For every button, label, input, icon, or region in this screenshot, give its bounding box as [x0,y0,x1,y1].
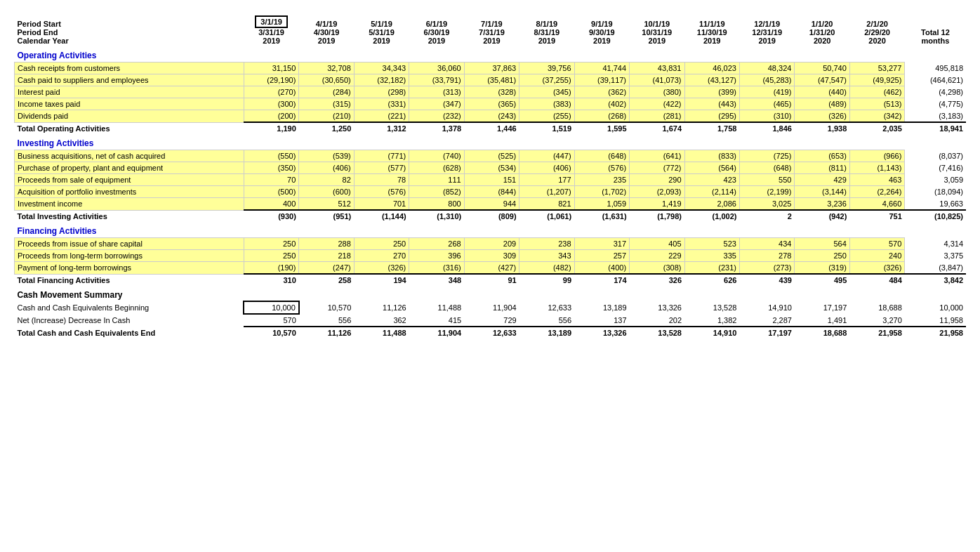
cell: (30,650) [299,74,354,86]
cell: 78 [354,174,409,186]
cell: 250 [244,250,298,262]
cell: 258 [299,274,354,286]
cell: 751 [849,210,904,222]
cell: 111 [409,174,464,186]
cell: 429 [795,174,849,186]
cell: 11,126 [299,327,354,339]
row-label-purchase-ppe: Purchase of property, plant and equipmen… [15,162,244,174]
cell: 10,000 [244,301,298,314]
cell-total: 3,842 [905,274,966,286]
col-header-9: 11/1/19 11/30/19 2019 [684,14,739,46]
cell: (811) [795,162,849,174]
cell: (427) [464,262,519,275]
cell: 21,958 [849,327,904,339]
cell: (316) [409,262,464,275]
cell: (41,073) [630,74,684,86]
cell: (1,702) [574,186,629,198]
cell: (295) [684,110,739,123]
cell: 1,419 [630,198,684,211]
cell: (47,547) [795,74,849,86]
cell: (200) [244,110,298,123]
cell: (465) [739,98,794,110]
cell: 2,287 [739,314,794,327]
cell: (1,631) [574,210,629,222]
cell: (930) [244,210,298,222]
row-label-investment-income: Investment income [15,198,244,211]
cell-total: (8,037) [905,150,966,162]
cell: 250 [795,250,849,262]
cell: 14,910 [739,301,794,314]
cell: (641) [630,150,684,162]
cell: 99 [519,274,574,286]
total-investing-label: Total Investing Activities [15,210,244,222]
cell: 1,059 [574,198,629,211]
cell: 1,190 [244,122,298,134]
total-cash-end-row: Total Cash and Cash Equivalents End 10,5… [15,327,967,339]
cell: 1,674 [630,122,684,134]
cell: 177 [519,174,574,186]
total-financing-label: Total Financing Activities [15,274,244,286]
cell: (331) [354,98,409,110]
col-header-5: 7/1/19 7/31/19 2019 [464,14,519,46]
total-operating-label: Total Operating Activities [15,122,244,134]
cell: 564 [795,238,849,250]
cell: 11,126 [354,301,409,314]
table-row: Proceeds from issue of share capital 250… [15,238,967,250]
period-end-label: Period End [18,28,241,37]
cell: (221) [354,110,409,123]
cell: 31,150 [244,63,298,74]
cell: 1,446 [464,122,519,134]
cell-total: (464,621) [905,74,966,86]
cell: (350) [244,162,298,174]
table-row: Net (Increase) Decrease In Cash 570 556 … [15,314,967,327]
cell: (310) [739,110,794,123]
financing-activities-header: Financing Activities [15,222,967,238]
table-row: Income taxes paid (300) (315) (331) (347… [15,98,967,110]
cell: (232) [409,110,464,123]
cell: (400) [574,262,629,275]
cell: (1,310) [409,210,464,222]
cell: (564) [684,162,739,174]
financing-section-label: Financing Activities [15,222,244,238]
row-label-cash-begin: Cash and Cash Equivalents Beginning [15,301,244,314]
cell-total: 10,000 [905,301,966,314]
row-label-cash-paid: Cash paid to suppliers and employees [15,74,244,86]
cell-total: 3,375 [905,250,966,262]
cell: 32,708 [299,63,354,74]
cell: (3,144) [795,186,849,198]
cell: 423 [684,174,739,186]
cell: 290 [630,174,684,186]
cell-total: 11,958 [905,314,966,327]
cell: 11,488 [409,301,464,314]
col-header-total: Total 12 months [905,14,966,46]
cell: 11,488 [354,327,409,339]
cell-total: (7,416) [905,162,966,174]
total-investing-row: Total Investing Activities (930) (951) (… [15,210,967,222]
cell-total: 4,314 [905,238,966,250]
cell: 701 [354,198,409,211]
cell: (1,143) [849,162,904,174]
cell: 1,938 [795,122,849,134]
cell: (525) [464,150,519,162]
cell: (383) [519,98,574,110]
cell: (440) [795,86,849,98]
table-row: Business acquisitions, net of cash acqui… [15,150,967,162]
cell: 1,758 [684,122,739,134]
cell: 2 [739,210,794,222]
cell: 13,189 [519,327,574,339]
cell: 821 [519,198,574,211]
cell: (576) [574,162,629,174]
cell: (273) [739,262,794,275]
cell: 18,688 [849,301,904,314]
cell: (771) [354,150,409,162]
cell: (39,117) [574,74,629,86]
cell: 309 [464,250,519,262]
total-financing-row: Total Financing Activities 310 258 194 3… [15,274,967,286]
cell: 209 [464,238,519,250]
cell-total: (4,298) [905,86,966,98]
cell: (951) [299,210,354,222]
cell: 12,633 [464,327,519,339]
cell: (809) [464,210,519,222]
cell: (326) [849,262,904,275]
cell-total: (3,183) [905,110,966,123]
